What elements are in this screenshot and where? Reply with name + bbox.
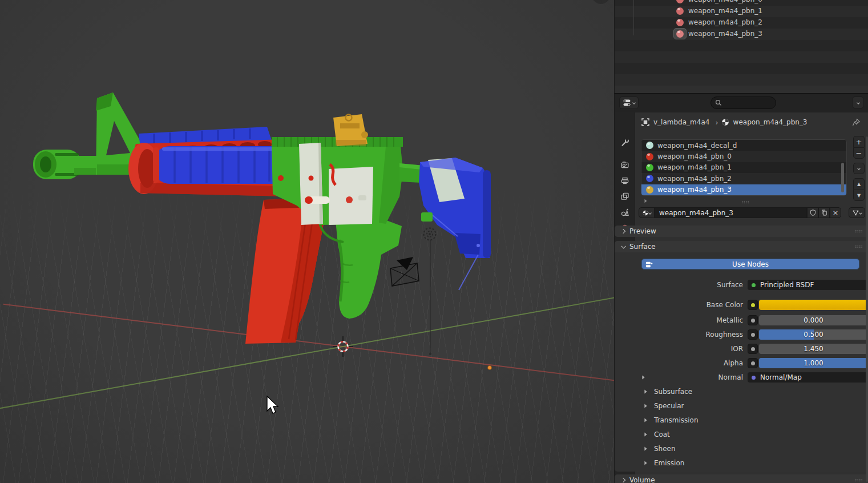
tab-render[interactable] xyxy=(615,157,635,173)
volume-panel-header[interactable]: Volume xyxy=(615,474,868,483)
metallic-slider[interactable]: 0.000 xyxy=(759,315,868,325)
grip-handle-icon[interactable] xyxy=(741,200,749,204)
editor-type-button[interactable] xyxy=(619,96,639,109)
material-slot[interactable]: weapon_m4a4_pbn_0 xyxy=(641,151,846,162)
remove-slot-button[interactable]: − xyxy=(853,147,865,159)
grip-handle-icon[interactable] xyxy=(855,230,863,233)
material-slot-label: weapon_m4a4_pbn_3 xyxy=(657,186,732,194)
breadcrumb-material[interactable]: weapon_m4a4_pbn_3 xyxy=(733,118,808,126)
outliner-item-material[interactable]: weapon_m4a4_pbn_1 xyxy=(615,5,868,17)
search-box[interactable] xyxy=(710,96,776,109)
tab-tool[interactable] xyxy=(615,135,635,151)
3d-viewport[interactable] xyxy=(0,0,614,483)
breadcrumb-object[interactable]: v_lambda_m4a4 xyxy=(653,118,709,126)
filter-expand-icon[interactable] xyxy=(645,199,647,203)
outliner-item-material[interactable]: weapon_m4a4_pbn_0 xyxy=(615,0,868,5)
base-color-swatch[interactable] xyxy=(759,300,868,310)
camera-wireframe-object[interactable] xyxy=(390,257,419,286)
node-link-dropdown[interactable] xyxy=(849,207,865,218)
subsection-transmission[interactable]: Transmission xyxy=(615,416,868,425)
nav-gizmo-arc[interactable] xyxy=(592,0,610,4)
move-slot-up-button[interactable]: ▲ xyxy=(853,178,865,190)
material-slot[interactable]: weapon_m4a4_pbn_2 xyxy=(641,173,846,184)
move-slot-down-button[interactable]: ▼ xyxy=(853,190,865,201)
tab-output[interactable] xyxy=(615,173,635,189)
browse-material-button[interactable] xyxy=(639,207,655,218)
properties-scrollbar[interactable] xyxy=(866,136,868,482)
material-sphere-icon xyxy=(646,153,653,160)
material-slot-selected[interactable]: weapon_m4a4_pbn_3 xyxy=(641,184,846,195)
value-socket-icon xyxy=(751,347,755,351)
expand-icon xyxy=(644,418,647,422)
normal-field[interactable]: Normal/Map xyxy=(748,372,868,383)
subsection-label: Specular xyxy=(654,402,684,410)
outliner-item-material[interactable]: weapon_m4a4_pbn_2 xyxy=(615,17,868,28)
surface-shader-row: Surface Principled BSDF xyxy=(635,280,863,290)
grip-handle-icon[interactable] xyxy=(855,478,863,482)
tab-scene[interactable] xyxy=(615,204,635,220)
slot-specials-button[interactable] xyxy=(853,163,865,174)
surface-panel-header[interactable]: Surface xyxy=(615,241,868,252)
expand-icon xyxy=(644,447,647,451)
blender-window: weapon_m4a4_pbn_0 weapon_m4a4_pbn_1 weap… xyxy=(0,0,868,483)
material-slot-label: weapon_m4a4_pbn_0 xyxy=(657,152,732,160)
mesh-object-icon xyxy=(641,118,650,127)
material-slot-label: weapon_m4a4_pbn_2 xyxy=(657,175,732,183)
subsection-emission[interactable]: Emission xyxy=(615,458,868,468)
output-properties-icon xyxy=(620,176,629,186)
tab-view-layer[interactable] xyxy=(615,188,635,204)
subsection-sheen[interactable]: Sheen xyxy=(615,444,868,453)
close-icon: × xyxy=(833,208,839,217)
search-input[interactable] xyxy=(722,99,771,107)
surface-shader-field[interactable]: Principled BSDF xyxy=(748,280,868,290)
render-properties-icon xyxy=(620,160,629,170)
normal-value: Normal/Map xyxy=(760,373,802,381)
row-label: Surface xyxy=(635,280,743,290)
panel-title: Preview xyxy=(629,227,656,235)
chevron-down-icon xyxy=(632,101,636,104)
breadcrumb: v_lambda_m4a4 › weapon_m4a4_pbn_3 xyxy=(635,115,868,129)
roughness-slider[interactable]: 0.500 xyxy=(759,329,868,340)
slider-value: 0.500 xyxy=(759,329,868,340)
outliner-item-label: weapon_m4a4_pbn_0 xyxy=(688,0,762,3)
tool-icon xyxy=(620,138,629,147)
material-slot-list[interactable]: weapon_m4a4_decal_d weapon_m4a4_pbn_0 we… xyxy=(641,139,847,196)
value-socket-box[interactable] xyxy=(748,329,758,340)
normal-row: Normal Normal/Map xyxy=(635,372,863,383)
material-slot[interactable]: weapon_m4a4_pbn_1 xyxy=(641,162,846,173)
subsection-coat[interactable]: Coat xyxy=(615,430,868,439)
header-options-button[interactable] xyxy=(852,96,864,108)
alpha-slider[interactable]: 1.000 xyxy=(759,358,868,368)
value-socket-box[interactable] xyxy=(748,344,758,354)
material-slot[interactable]: weapon_m4a4_decal_d xyxy=(641,140,846,151)
rifle-rear-sight[interactable] xyxy=(333,114,368,146)
empty-object-gizmo[interactable] xyxy=(424,228,436,356)
grip-handle-icon[interactable] xyxy=(855,245,863,248)
value-socket-box[interactable] xyxy=(748,358,758,368)
outliner-item-material-selected[interactable]: weapon_m4a4_pbn_3 xyxy=(615,28,868,39)
rifle-pistol-grip[interactable] xyxy=(320,216,402,319)
copy-material-button[interactable] xyxy=(818,207,830,218)
properties-header xyxy=(615,94,868,112)
use-nodes-button[interactable]: Use Nodes xyxy=(641,259,859,269)
subsection-label: Emission xyxy=(654,459,684,467)
unlink-material-button[interactable]: × xyxy=(830,207,841,218)
pin-icon[interactable] xyxy=(852,118,861,127)
rifle-heat-shield[interactable] xyxy=(153,146,290,184)
rifle-model[interactable] xyxy=(33,92,491,344)
use-nodes-label: Use Nodes xyxy=(732,260,769,268)
outliner-item-label: weapon_m4a4_pbn_1 xyxy=(688,7,762,15)
subsection-subsurface[interactable]: Subsurface xyxy=(615,387,868,396)
add-slot-button[interactable]: + xyxy=(853,136,865,147)
subsection-specular[interactable]: Specular xyxy=(615,401,868,410)
fake-user-button[interactable] xyxy=(807,207,818,218)
ior-slider[interactable]: 1.450 xyxy=(759,344,868,354)
outliner-panel[interactable]: weapon_m4a4_pbn_0 weapon_m4a4_pbn_1 weap… xyxy=(614,0,868,93)
color-socket-box[interactable] xyxy=(748,300,758,310)
slot-list-scrollbar[interactable] xyxy=(841,163,844,192)
row-label: Base Color xyxy=(635,300,743,310)
material-name-field[interactable]: weapon_m4a4_pbn_3 xyxy=(654,207,807,218)
slot-list-footer xyxy=(641,196,847,204)
value-socket-box[interactable] xyxy=(748,315,758,325)
preview-panel-header[interactable]: Preview xyxy=(615,226,868,237)
